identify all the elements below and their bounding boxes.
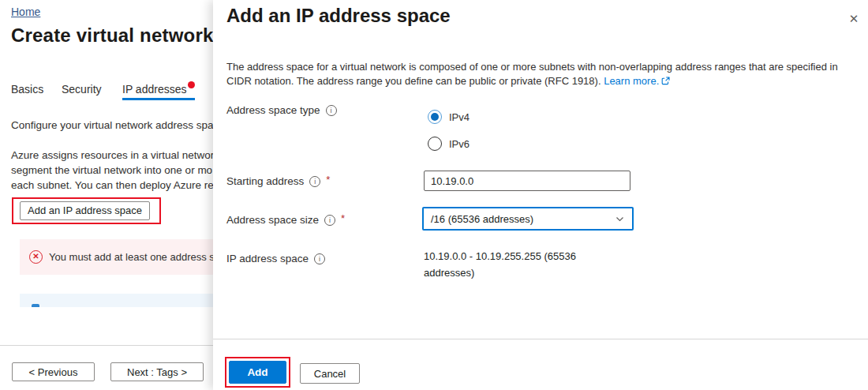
tab-ip-addresses[interactable]: IP addresses xyxy=(122,83,186,96)
address-space-type-label: Address space type xyxy=(226,104,320,116)
info-icon[interactable]: i xyxy=(314,253,325,264)
previous-button[interactable]: < Previous xyxy=(12,362,95,381)
radio-unselected-icon xyxy=(428,137,442,151)
dropdown-selected-value: /16 (65536 addresses) xyxy=(431,213,533,225)
error-banner: ✕ You must add at least one address spac xyxy=(20,239,213,275)
address-space-size-dropdown[interactable]: /16 (65536 addresses) xyxy=(422,207,634,231)
create-virtual-network-page: Home Create virtual network Basics Secur… xyxy=(0,0,213,390)
add-ip-address-space-panel: Add an IP address space ✕ The address sp… xyxy=(213,0,868,390)
add-ip-address-space-button[interactable]: Add an IP address space xyxy=(20,201,150,220)
radio-ipv6[interactable]: IPv6 xyxy=(428,137,470,151)
radio-selected-icon xyxy=(428,110,442,124)
tab-error-badge xyxy=(188,81,195,88)
close-icon[interactable]: ✕ xyxy=(844,9,863,28)
intro-text: Configure your virtual network address s… xyxy=(11,119,213,131)
learn-more-link[interactable]: Learn more. xyxy=(604,75,659,87)
radio-ipv6-label: IPv6 xyxy=(449,138,470,150)
active-tab-underline xyxy=(122,98,195,100)
address-space-size-label-row: Address space size i * xyxy=(226,214,345,226)
tab-basics[interactable]: Basics xyxy=(11,83,43,96)
page-title: Create virtual network xyxy=(11,24,213,47)
address-space-size-label: Address space size xyxy=(226,214,319,226)
add-button[interactable]: Add xyxy=(229,361,286,384)
tab-security[interactable]: Security xyxy=(62,83,102,96)
required-asterisk: * xyxy=(326,174,330,186)
description-line: each subnet. You can then deploy Azure r… xyxy=(11,178,213,193)
required-asterisk: * xyxy=(341,212,345,224)
next-tags-button[interactable]: Next : Tags > xyxy=(110,362,204,381)
panel-footer-divider xyxy=(213,339,868,339)
cancel-button[interactable]: Cancel xyxy=(300,363,360,384)
description-line: Azure assigns resources in a virtual net… xyxy=(11,148,213,163)
panel-description-text: The address space for a virtual network … xyxy=(226,61,838,87)
radio-ipv4-label: IPv4 xyxy=(449,111,470,123)
starting-address-label-row: Starting address i * xyxy=(226,175,330,187)
radio-ipv4[interactable]: IPv4 xyxy=(428,110,470,124)
info-icon[interactable]: i xyxy=(326,105,337,116)
ip-address-space-label-row: IP address space i xyxy=(226,253,325,264)
starting-address-input[interactable] xyxy=(424,171,630,191)
info-bar xyxy=(20,294,213,307)
description-line: segment the virtual network into one or … xyxy=(11,163,213,178)
clipped-blue-icon xyxy=(32,304,39,307)
info-icon[interactable]: i xyxy=(309,176,320,187)
info-icon[interactable]: i xyxy=(324,215,335,226)
address-space-type-label-row: Address space type i xyxy=(226,104,337,116)
description-text: Azure assigns resources in a virtual net… xyxy=(11,148,213,193)
starting-address-label: Starting address xyxy=(226,175,304,187)
error-circle-x-icon: ✕ xyxy=(29,250,43,264)
footer-divider xyxy=(0,345,213,346)
ip-address-space-label: IP address space xyxy=(226,253,309,264)
panel-title: Add an IP address space xyxy=(226,5,451,27)
external-link-icon xyxy=(661,77,670,85)
chevron-down-icon xyxy=(615,214,625,224)
ip-address-space-value: 10.19.0.0 - 10.19.255.255 (65536 address… xyxy=(424,248,607,281)
panel-description: The address space for a virtual network … xyxy=(226,60,858,88)
error-message: You must add at least one address spac xyxy=(49,251,213,263)
breadcrumb-home-link[interactable]: Home xyxy=(11,6,40,18)
